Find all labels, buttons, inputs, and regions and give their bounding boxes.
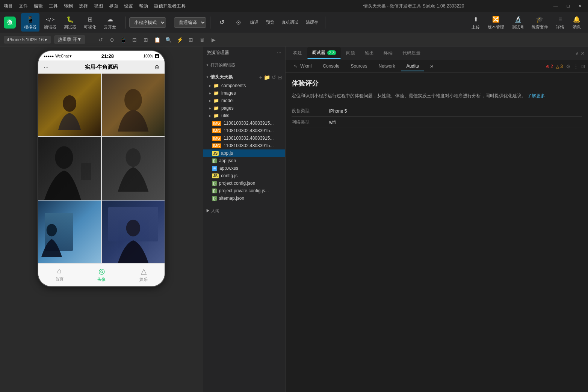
- menu-bar[interactable]: 项目 文件 编辑 工具 转到 选择 视图 界面 设置 帮助 微信开发者工具: [4, 3, 277, 9]
- window-btn[interactable]: ⊡: [130, 35, 139, 45]
- nav-home[interactable]: ⌂ 首页: [48, 267, 71, 282]
- menu-project[interactable]: 项目: [4, 3, 13, 9]
- monitor-btn[interactable]: 🖥: [197, 35, 207, 45]
- add-icon[interactable]: ⊕: [154, 63, 159, 71]
- add-file-icon[interactable]: +: [259, 74, 262, 80]
- file-img-4[interactable]: IMG 1108100302.48083915...: [203, 142, 285, 149]
- file-sitemap[interactable]: {} sitemap.json: [203, 194, 285, 202]
- project-action-icons[interactable]: + 📁 ↺ ⊟: [259, 74, 282, 80]
- file-img-1[interactable]: IMG 1108100302.48083915...: [203, 119, 285, 127]
- collapse-all-icon[interactable]: ⊟: [278, 74, 282, 80]
- nav-avatar[interactable]: ◎ 头像: [90, 267, 113, 282]
- open-editors-toggle[interactable]: ▼ 打开的编辑器: [203, 61, 285, 69]
- record-sim-btn[interactable]: ⊙: [107, 35, 117, 45]
- photo-cell-6[interactable]: [102, 201, 165, 263]
- file-projectconfig[interactable]: {} project.config.json: [203, 179, 285, 187]
- menu-select[interactable]: 选择: [79, 3, 88, 9]
- file-img-3[interactable]: IMG 1108100302.48083915...: [203, 134, 285, 142]
- sub-tab-sources[interactable]: Sources: [345, 62, 372, 71]
- menu-settings[interactable]: 设置: [124, 3, 133, 9]
- nav-entertainment[interactable]: △ 娱乐: [132, 267, 155, 282]
- file-appwxss[interactable]: ≋ app.wxss: [203, 164, 285, 172]
- mode-select[interactable]: 小程序模式: [129, 17, 166, 28]
- folder-pages[interactable]: ▶ 📁 pages: [203, 104, 285, 112]
- maximize-btn[interactable]: □: [564, 3, 573, 9]
- play-btn[interactable]: ▶: [209, 35, 218, 45]
- audit-learn-more-link[interactable]: 了解更多: [527, 93, 545, 98]
- refresh-sim-btn[interactable]: ↺: [96, 35, 106, 45]
- tab-codequality[interactable]: 代码质量: [398, 48, 425, 59]
- sub-tab-audits[interactable]: Audits: [401, 62, 424, 71]
- cloud-btn[interactable]: ☁ 云开发: [101, 13, 119, 32]
- menu-help[interactable]: 帮助: [139, 3, 148, 9]
- refresh-btn[interactable]: ↺: [214, 17, 229, 29]
- sub-tab-network[interactable]: Network: [373, 62, 400, 71]
- preview-btn[interactable]: 预览: [263, 18, 277, 27]
- vertical-dots-icon[interactable]: ⋮: [574, 64, 578, 69]
- file-browser-menu-icon[interactable]: ⋯: [277, 50, 281, 56]
- tab-issues[interactable]: 问题: [342, 48, 360, 59]
- messages-btn[interactable]: 🔔 消息: [569, 13, 584, 32]
- file-appjs[interactable]: JS app.js: [203, 149, 285, 157]
- device-debug-btn[interactable]: 真机调试: [279, 18, 301, 27]
- minimize-btn[interactable]: —: [550, 3, 561, 9]
- file-img-2[interactable]: IMG 1108100302.48083915...: [203, 127, 285, 134]
- menu-file[interactable]: 文件: [19, 3, 28, 9]
- more-icon[interactable]: ···: [44, 64, 48, 71]
- folder-images[interactable]: ▶ 📁 images: [203, 89, 285, 97]
- file-configjs[interactable]: JS config.js: [203, 172, 285, 179]
- record-btn[interactable]: ⊙: [231, 17, 246, 29]
- compile-action-btn[interactable]: 编译: [247, 18, 262, 27]
- editor-btn[interactable]: </> 编辑器: [41, 13, 59, 32]
- hotreload-btn[interactable]: 热重载 开▼: [54, 35, 85, 44]
- phone-view-btn[interactable]: 📱: [118, 35, 128, 45]
- close-devtools-icon[interactable]: ✕: [580, 50, 585, 56]
- photo-cell-4[interactable]: [102, 137, 165, 200]
- photo-cell-2[interactable]: [102, 74, 165, 136]
- outline-section[interactable]: ▶ 大纲: [203, 207, 285, 215]
- clipboard-btn[interactable]: 📋: [152, 35, 162, 45]
- sub-tab-console[interactable]: Console: [317, 62, 345, 71]
- clear-cache-btn[interactable]: 清缓存: [303, 18, 321, 27]
- arrow-up-icon[interactable]: ∧: [575, 50, 579, 56]
- menu-interface[interactable]: 界面: [109, 3, 118, 9]
- sub-tab-wxml[interactable]: ↖ Wxml: [289, 62, 317, 71]
- menu-view[interactable]: 视图: [94, 3, 103, 9]
- photo-cell-5[interactable]: [38, 201, 101, 263]
- menu-tools[interactable]: 工具: [49, 3, 58, 9]
- upload-btn[interactable]: ⬆ 上传: [468, 13, 483, 32]
- copy-sim-btn[interactable]: ⊞: [141, 35, 151, 45]
- visualize-btn[interactable]: ⊞ 可视化: [81, 13, 99, 32]
- folder-model[interactable]: ▶ 📁 model: [203, 97, 285, 104]
- tab-terminal[interactable]: 终端: [379, 48, 397, 59]
- tab-output[interactable]: 输出: [360, 48, 378, 59]
- simulator-btn[interactable]: 📱 模拟器: [21, 13, 39, 32]
- photo-cell-1[interactable]: [38, 74, 101, 136]
- edu-kit-btn[interactable]: 🎓 教育套件: [529, 13, 551, 32]
- file-privateconfig[interactable]: {} project.private.config.js...: [203, 187, 285, 194]
- version-mgmt-btn[interactable]: 🔀 版本管理: [485, 13, 507, 32]
- folder-utils[interactable]: ▶ 📁 utils: [203, 112, 285, 119]
- menu-goto[interactable]: 转到: [64, 3, 73, 9]
- add-folder-icon[interactable]: 📁: [264, 74, 270, 80]
- details-btn[interactable]: ≡ 详情: [553, 13, 568, 32]
- menu-edit[interactable]: 编辑: [34, 3, 43, 9]
- close-btn[interactable]: ×: [576, 3, 584, 9]
- menu-wechat-devtools[interactable]: 微信开发者工具: [154, 3, 186, 9]
- folder-components[interactable]: ▶ 📁 components: [203, 82, 285, 89]
- expand-icon[interactable]: ⊡: [581, 64, 585, 69]
- photo-cell-3[interactable]: [38, 137, 101, 200]
- grid-btn[interactable]: ⊞: [186, 35, 196, 45]
- tab-build[interactable]: 构建: [289, 48, 307, 59]
- bolt-btn[interactable]: ⚡: [175, 35, 184, 45]
- tab-debugger[interactable]: 调试器 2.3: [307, 47, 341, 59]
- settings-icon[interactable]: ⚙: [566, 63, 571, 69]
- debugger-btn[interactable]: 🐛 调试器: [61, 13, 79, 32]
- search-sim-btn[interactable]: 🔍: [163, 35, 173, 45]
- file-appjson[interactable]: {} app.json: [203, 157, 285, 164]
- more-tabs-btn[interactable]: »: [425, 61, 439, 72]
- compile-select[interactable]: 普通编译: [174, 17, 206, 28]
- testid-btn[interactable]: 🔬 测试号: [509, 13, 527, 32]
- device-selector[interactable]: iPhone 5 100% 16▼: [4, 36, 51, 44]
- refresh-project-icon[interactable]: ↺: [272, 74, 276, 80]
